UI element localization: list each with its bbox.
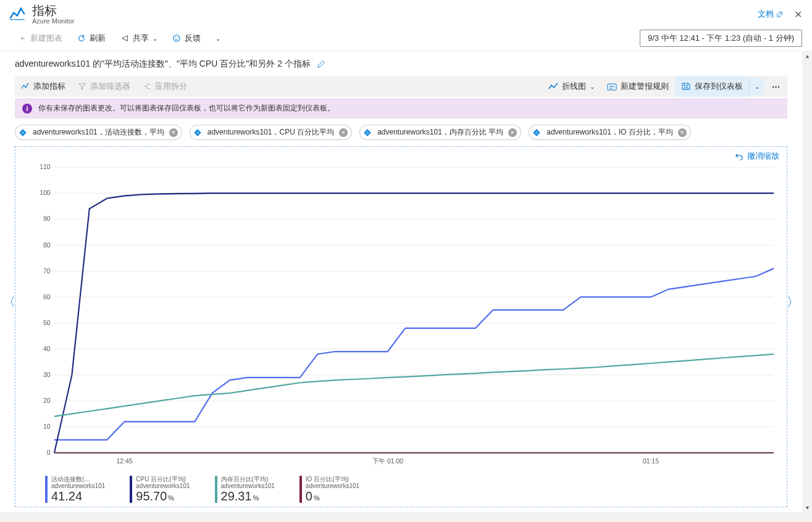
svg-text:50: 50 <box>43 319 51 326</box>
more-options-button[interactable]: ⋯ <box>764 77 787 96</box>
chip-label: adventureworks101，IO 百分比，平均 <box>546 127 673 138</box>
metric-chips-row: adventureworks101，活动连接数，平均✕adventurework… <box>15 125 787 140</box>
docs-link[interactable]: 文档 <box>758 9 783 20</box>
edit-icon[interactable] <box>317 60 325 68</box>
chart-legend: 活动连接数(…adventureworks10141.24CPU 百分比(平均)… <box>15 473 787 507</box>
svg-point-4 <box>28 83 29 85</box>
smiley-icon <box>172 34 181 43</box>
svg-text:110: 110 <box>40 163 51 170</box>
horizontal-scrollbar[interactable] <box>0 512 812 522</box>
add-filter-button[interactable]: 添加筛选器 <box>72 76 136 97</box>
chip-label: adventureworks101，活动连接数，平均 <box>33 127 164 138</box>
filter-icon <box>78 82 86 91</box>
add-metric-icon <box>21 82 30 91</box>
split-icon <box>143 82 151 91</box>
chip-label: adventureworks101，内存百分比 平均 <box>377 127 503 138</box>
plus-icon: ＋ <box>19 33 27 44</box>
metric-chip[interactable]: adventureworks101，内存百分比 平均✕ <box>359 125 521 140</box>
svg-text:60: 60 <box>43 293 51 300</box>
chevron-down-icon: ⌄ <box>755 83 760 90</box>
svg-text:80: 80 <box>43 241 51 248</box>
metrics-logo-icon <box>9 6 26 23</box>
legend-item[interactable]: CPU 百分比(平均)adventureworks10195.70% <box>130 476 190 503</box>
time-range-picker[interactable]: 9/3 中午 12:41 - 下午 1:23 (自动 - 1 分钟) <box>640 30 802 47</box>
svg-text:12:45: 12:45 <box>117 457 133 465</box>
new-alert-rule-button[interactable]: 新建警报规则 <box>601 76 675 97</box>
svg-text:90: 90 <box>43 215 51 222</box>
alert-icon <box>607 82 617 91</box>
new-chart-button[interactable]: ＋ 新建图表 <box>14 30 67 46</box>
svg-text:10: 10 <box>43 423 51 430</box>
legend-item[interactable]: 内存百分比(平均)adventureworks10129.31% <box>215 476 275 503</box>
svg-text:20: 20 <box>43 397 51 404</box>
chart-type-dropdown[interactable]: 折线图 ⌄ <box>542 76 601 97</box>
chip-remove-icon[interactable]: ✕ <box>169 128 178 137</box>
save-dropdown[interactable]: ⌄ <box>749 78 764 95</box>
chevron-down-icon: ⌄ <box>590 83 595 90</box>
svg-text:40: 40 <box>43 345 51 352</box>
chip-remove-icon[interactable]: ✕ <box>678 128 687 137</box>
refresh-button[interactable]: 刷新 <box>72 30 111 46</box>
chip-remove-icon[interactable]: ✕ <box>339 128 348 137</box>
chart-name: adventureworks101 的"平均活动连接数"、"平均 CPU 百分比… <box>15 59 311 70</box>
save-icon <box>681 82 691 91</box>
command-bar: ＋ 新建图表 刷新 共享 ⌄ 反馈 ⌄ 9/3 中午 12:41 - 下午 1:… <box>0 26 812 51</box>
external-link-icon <box>776 11 783 18</box>
chart-name-row: adventureworks101 的"平均活动连接数"、"平均 CPU 百分比… <box>15 59 787 70</box>
metric-chip[interactable]: adventureworks101，IO 百分比，平均✕ <box>529 125 691 140</box>
chip-label: adventureworks101，CPU 百分比平均 <box>207 127 334 138</box>
page-subtitle: Azure Monitor <box>32 17 74 25</box>
svg-rect-5 <box>608 84 616 90</box>
svg-point-3 <box>177 37 178 38</box>
page-title: 指标 <box>32 4 74 17</box>
line-chart-icon <box>548 82 558 91</box>
legend-item[interactable]: IO 百分比(平均)adventureworks1010% <box>299 476 359 503</box>
share-button[interactable]: 共享 ⌄ <box>115 30 162 46</box>
add-metric-button[interactable]: 添加指标 <box>15 76 72 97</box>
chart-nav-right[interactable]: 〉 <box>787 294 799 310</box>
metric-chip[interactable]: adventureworks101，CPU 百分比平均✕ <box>190 125 352 140</box>
svg-text:下午 01:00: 下午 01:00 <box>372 457 404 465</box>
svg-text:70: 70 <box>43 267 51 275</box>
svg-point-2 <box>175 37 176 38</box>
svg-text:100: 100 <box>40 189 51 196</box>
chart-toolbar: 添加指标 添加筛选器 应用拆分 折线图 ⌄ 新建警 <box>15 76 787 97</box>
apply-split-button[interactable]: 应用拆分 <box>136 76 193 97</box>
title-bar: 指标 Azure Monitor 文档 ✕ <box>0 0 812 26</box>
close-button[interactable]: ✕ <box>794 9 802 20</box>
more-dropdown[interactable]: ⌄ <box>211 33 225 44</box>
line-chart[interactable]: 010203040506070809010011012:45下午 01:0001… <box>15 147 787 473</box>
chart-nav-left[interactable]: 〈 <box>3 294 15 310</box>
scroll-down-icon: ▾ <box>806 504 809 511</box>
chip-remove-icon[interactable]: ✕ <box>508 128 517 137</box>
svg-text:0: 0 <box>47 449 51 456</box>
chart-panel: 撤消缩放 〈 〉 010203040506070809010011012:45下… <box>15 146 787 507</box>
svg-text:01:15: 01:15 <box>643 457 659 465</box>
vertical-scrollbar[interactable]: ▴ ▾ <box>802 51 812 512</box>
unsaved-changes-bar: i 你有未保存的图表更改。可以将图表保存回仪表板，也可以将它作为新图表固定到仪表… <box>15 98 787 118</box>
svg-rect-0 <box>10 19 24 20</box>
metric-chip[interactable]: adventureworks101，活动连接数，平均✕ <box>15 125 182 140</box>
legend-item[interactable]: 活动连接数(…adventureworks10141.24 <box>45 476 105 503</box>
chevron-down-icon: ⌄ <box>216 35 220 42</box>
save-to-dashboard-button[interactable]: 保存到仪表板 <box>675 76 749 97</box>
svg-text:30: 30 <box>43 371 51 378</box>
chevron-down-icon: ⌄ <box>153 35 157 42</box>
scroll-up-icon: ▴ <box>806 52 809 59</box>
info-icon: i <box>22 104 32 114</box>
share-icon <box>120 34 129 43</box>
refresh-icon <box>77 34 86 43</box>
svg-point-1 <box>174 35 180 42</box>
feedback-button[interactable]: 反馈 <box>167 30 206 46</box>
